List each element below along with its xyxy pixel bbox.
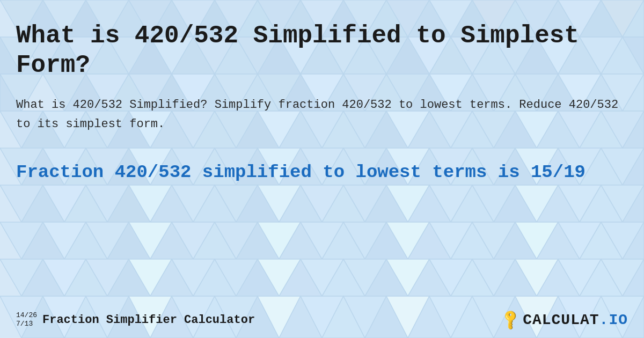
fraction-top: 14/26 [16, 311, 37, 320]
fraction-stack: 14/26 7/13 [16, 311, 37, 328]
result-text: Fraction 420/532 simplified to lowest te… [16, 160, 628, 184]
result-section: Fraction 420/532 simplified to lowest te… [16, 160, 628, 184]
footer-brand-name: Fraction Simplifier Calculator [42, 313, 255, 327]
footer-right: 🔑 CALCULAT.IO [502, 311, 628, 328]
logo-io: .IO [599, 312, 628, 328]
key-icon: 🔑 [499, 307, 523, 332]
footer: 14/26 7/13 Fraction Simplifier Calculato… [16, 311, 628, 328]
page-title: What is 420/532 Simplified to Simplest F… [16, 21, 628, 80]
page-description: What is 420/532 Simplified? Simplify fra… [16, 95, 628, 133]
logo-text: CALCULAT.IO [523, 312, 628, 328]
footer-left: 14/26 7/13 Fraction Simplifier Calculato… [16, 311, 255, 328]
fraction-bottom: 7/13 [16, 320, 37, 328]
